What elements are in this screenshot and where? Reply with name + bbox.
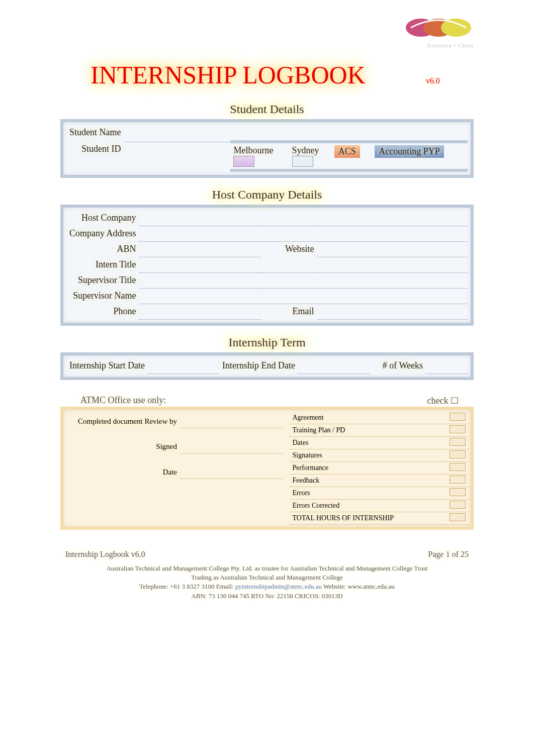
footer-left: Internship Logbook v6.0 (65, 550, 145, 559)
footer-line1: Australian Technical and Management Coll… (60, 564, 474, 573)
office-panel: Completed document Review by Signed Date (60, 407, 474, 530)
footer-line3: Telephone: +61 3 8327 3100 Email: pyinte… (60, 582, 474, 591)
logo-subtext: Australia • China (60, 42, 474, 48)
checklist-checkbox[interactable] (450, 476, 466, 484)
host-company-label: Host Company (66, 211, 139, 226)
review-by-label: Completed document Review by (68, 415, 180, 428)
checklist-label: Feedback (290, 475, 443, 487)
weeks-label: # of Weeks (370, 358, 426, 374)
checklist-checkbox[interactable] (450, 425, 466, 433)
phone-label: Phone (66, 304, 139, 320)
abn-label: ABN (66, 242, 139, 257)
logo-area: Australia • China (60, 15, 474, 55)
student-id-label: Student ID (66, 142, 124, 170)
checklist-row: Errors (290, 487, 469, 500)
start-date-label: Internship Start Date (66, 358, 148, 374)
sydney-label: Sydney (292, 145, 319, 155)
checklist-row: TOTAL HOURS OF INTERNSHIP (290, 512, 469, 525)
checklist-label: Signatures (290, 449, 443, 462)
checklist-checkbox[interactable] (450, 438, 466, 446)
checklist-row: Feedback (290, 475, 469, 487)
supervisor-title-label: Supervisor Title (66, 273, 139, 289)
supervisor-name-label: Supervisor Name (66, 289, 139, 304)
checklist-label: Agreement (290, 412, 443, 424)
checklist-row: Training Plan / PD (290, 424, 469, 437)
sydney-checkbox[interactable] (292, 156, 313, 167)
internship-term-heading: Internship Term (60, 336, 474, 349)
company-address-label: Company Address (66, 226, 139, 242)
checklist-label: Dates (290, 437, 443, 449)
checklist-row: Errors Corrected (290, 500, 469, 512)
date-field[interactable] (180, 465, 283, 479)
checklist-label: Training Plan / PD (290, 424, 443, 437)
student-details-heading: Student Details (60, 103, 474, 116)
checklist-label: TOTAL HOURS OF INTERNSHIP (290, 512, 443, 525)
checklist-checkbox[interactable] (450, 513, 466, 521)
checklist-checkbox[interactable] (450, 501, 466, 509)
checklist-label: Errors Corrected (290, 500, 443, 512)
host-company-panel: Host Company Company Address ABN Website… (60, 205, 474, 326)
checklist-checkbox[interactable] (450, 450, 466, 458)
page-title: INTERNSHIP LOGBOOK (91, 60, 366, 89)
checklist-label: Performance (290, 462, 443, 475)
checklist-checkbox[interactable] (450, 488, 466, 496)
student-name-label: Student Name (66, 125, 124, 142)
check-heading: check ☐ (427, 395, 459, 406)
email-label: Email (261, 304, 317, 320)
version-label: v6.0 (426, 76, 440, 85)
footer: Internship Logbook v6.0 Page 1 of 25 Aus… (60, 550, 474, 601)
internship-term-panel: Internship Start Date Internship End Dat… (60, 352, 474, 380)
footer-line2: Trading as Australian Technical and Mana… (60, 573, 474, 582)
checklist-label: Errors (290, 487, 443, 500)
melbourne-label: Melbourne (233, 145, 273, 155)
checklist-checkbox[interactable] (450, 463, 466, 471)
footer-email-link[interactable]: pyinternshipadmin@atmc.edu.au (235, 583, 322, 590)
signed-field[interactable] (180, 440, 283, 454)
checklist-row: Performance (290, 462, 469, 475)
accounting-label: Accounting PYP (379, 146, 440, 156)
intern-title-label: Intern Title (66, 257, 139, 273)
checklist-row: Agreement (290, 412, 469, 424)
logo (403, 15, 474, 40)
student-details-panel: Student Name Student ID Melbourne Sydney… (60, 119, 474, 178)
website-label: Website (261, 242, 317, 257)
footer-line4: ABN: 73 130 044 745 RTO No: 22158 CRICOS… (60, 592, 474, 601)
melbourne-checkbox[interactable] (233, 156, 254, 167)
date-label: Date (68, 465, 180, 479)
office-heading: ATMC Office use only: (80, 395, 166, 406)
end-date-label: Internship End Date (219, 358, 298, 374)
review-by-field[interactable] (180, 415, 283, 428)
checklist-row: Signatures (290, 449, 469, 462)
checklist-row: Dates (290, 437, 469, 449)
footer-right: Page 1 of 25 (428, 550, 469, 559)
host-company-heading: Host Company Details (60, 188, 474, 202)
checklist-checkbox[interactable] (450, 413, 466, 421)
signed-label: Signed (68, 440, 180, 454)
acs-label: ACS (338, 146, 356, 156)
